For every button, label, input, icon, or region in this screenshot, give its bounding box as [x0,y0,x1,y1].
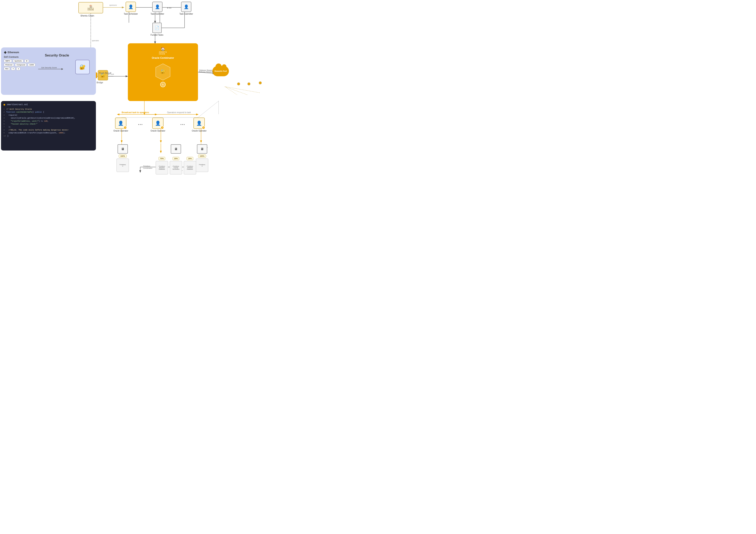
defi-m: M [25,59,29,63]
defi-wbtc: WBTC [4,59,12,63]
operator-2-icon: 👤 ⚙ [152,118,164,129]
security-oracle-cube: 🔐 [75,60,90,74]
code-line-10: 10} [4,135,94,138]
operator-dots-1: ••• [138,123,143,126]
task-submitter-1-node: 👤 Task Submitter [150,2,164,15]
code-line-9: 9 compromisedERC20.transfer(expectedReci… [4,132,94,134]
operator-1-badge: ⚙ [123,126,127,129]
operators-respond-label: Operators respond to task [167,111,191,114]
code-line-8: 8 //RELAX. The code exits before making … [4,129,94,132]
coin-1 [237,83,240,85]
code-line-5: 5 "transfer(address, uint)") >= 128, [4,120,94,123]
svg-text:↻: ↻ [162,83,164,86]
code-panel: smartContract.sol 1// With Security Orac… [1,101,96,150]
operator-2-server-node: 🖥 70% PrimitivesBlacklistDatabase 15% Pr… [156,144,196,174]
svg-text:operates: operates [92,40,99,42]
operator-1-pct-badge: 100% [119,154,126,158]
task-submitter-dots: ••• [167,6,172,10]
prim-whitelist-doc: PrimitivesWhitelistDatabase [184,161,196,174]
operator-3-pct-badge: 100% [198,154,206,158]
ethereum-panel: ◆ Ethereum DeFi Contracts WBTC Synthetix… [1,47,96,95]
ethereum-diamond-icon: ◆ [4,50,6,54]
operator-3-server-icon: 🖥 [197,144,207,154]
prim-formal-pct: 15% [173,157,179,160]
operator-3-icon: 👤 ⚙ [193,118,205,129]
diagram-container: sponsors operates Aggregate Task Release… [0,0,289,206]
code-filename: smartContract.sol [7,103,28,106]
prim-whitelist-pct: 15% [187,157,193,160]
oracle-combinator-icon: 🏠 [161,47,165,51]
code-line-3: 3 require( [4,114,94,117]
prim-blacklist: 70% PrimitivesBlacklistDatabase [156,156,168,174]
prim-blacklist-doc: PrimitivesBlacklistDatabase [156,161,168,174]
oracle-combinator-shentu: SHENTUCHAIN [159,51,167,55]
operator-2-prims: 70% PrimitivesBlacklistDatabase 15% Prim… [156,156,196,174]
svg-text:🔐: 🔐 [160,69,166,74]
task-submitter-2-icon: 👤 [181,2,191,12]
code-line-6: 6 "Failed security check!" [4,123,94,125]
operator-1-prim-doc: PrimitivesX [117,159,129,172]
operator-3-badge: ⚙ [202,126,205,129]
svg-text:Primitives: Primitives [143,165,150,167]
task-submitter-1-label: Task Submitter [150,13,164,15]
prim-formal-doc: PrimitivesFormalVerification [170,161,182,174]
oracle-combinator-hex-container: 🔐 ↻ [154,63,172,82]
defi-dot: ● [16,67,20,70]
funded-tasks-node: 📄 Funded Tasks [150,23,163,36]
task-scheduler-node: 👤 Task Scheduler [124,2,138,15]
operator-1-icon: 👤 ⚙ [115,118,126,129]
operator-dots-2: ••• [180,123,185,126]
refresh-icon: ↻ [160,82,166,88]
release-rewards-label: Release Rewards [199,71,213,73]
operator-1-label: Oracle Operator [113,130,128,132]
svg-text:Combination: Combination [143,167,152,169]
defi-compound: Compound [15,63,27,67]
task-submitter-2-label: Task Submitter [179,13,193,15]
ethereum-label: Ethereum [8,51,19,54]
security-oracle-label: Security Oracle [45,54,69,57]
operator-2-badge: ⚙ [161,126,164,129]
task-submitter-1-icon: 👤 [152,2,163,12]
defi-y: Y [11,67,15,70]
coin-2 [248,83,250,85]
broadcast-task-label: Broadcast task to operators [122,111,149,114]
oracle-operator-1: 👤 ⚙ Oracle Operator [113,118,128,132]
oracle-operator-3: 👤 ⚙ Oracle Operator [192,118,207,132]
get-score-arrow: Get Security Score [38,66,71,72]
oracle-operator-2: 👤 ⚙ Oracle Operator [150,118,165,132]
svg-line-41 [225,87,260,93]
operator-2-label: Oracle Operator [150,130,165,132]
defi-aave: AAVE [28,63,35,67]
svg-text:sponsors: sponsors [109,4,117,6]
operator-1-server-node: 🖥 100% PrimitivesX [117,144,129,172]
funded-tasks-icon: 📄 [152,23,162,33]
oracle-combinator-logo: 🏠 SHENTUCHAIN [159,47,167,55]
shentu-chain-text: SHENTU CHAIN [88,8,94,11]
oracle-hex-svg: 🔐 [154,63,172,81]
code-line-2: 2function callVendorSafe() public { [4,111,94,114]
rewards-pool-icon: Rewards Pool [212,66,229,76]
rewards-pool-text: Rewards Pool [214,70,227,72]
svg-line-38 [198,101,219,118]
shentu-logo-icon: 🏠 [89,5,93,8]
code-line-7: 7 ); [4,125,94,128]
oracle-combinator-title: Oracle Combinator [152,57,174,59]
operator-1-server-icon: 🖥 [118,144,128,154]
operator-3-server-node: 🖥 100% PrimitivesX [196,144,208,172]
operator-3-label: Oracle Operator [192,130,207,132]
task-scheduler-label: Task Scheduler [124,13,138,15]
prim-formal: 15% PrimitivesFormalVerification [170,156,182,174]
defi-ren: Ren [4,67,10,70]
funded-tasks-label: Funded Tasks [150,34,163,36]
shentu-chain-label: Shentu Chain [80,14,94,17]
svg-line-39 [225,87,237,95]
shentu-chain-node: 🏠 SHENTU CHAIN [78,2,103,13]
code-line-4: 4 securityOracle.getSecurityScore(addres… [4,117,94,120]
svg-text:Get Security Score: Get Security Score [41,67,57,69]
task-submitter-2-node: 👤 Task Submitter [179,2,193,15]
operator-3-prim-doc: PrimitivesX [196,159,208,172]
svg-line-40 [225,87,248,95]
coin-3 [259,81,262,84]
prim-whitelist: 15% PrimitivesWhitelistDatabase [184,156,196,174]
oracle-combinator-box: 🏠 SHENTUCHAIN Oracle Combinator 🔐 ↻ [128,43,198,101]
